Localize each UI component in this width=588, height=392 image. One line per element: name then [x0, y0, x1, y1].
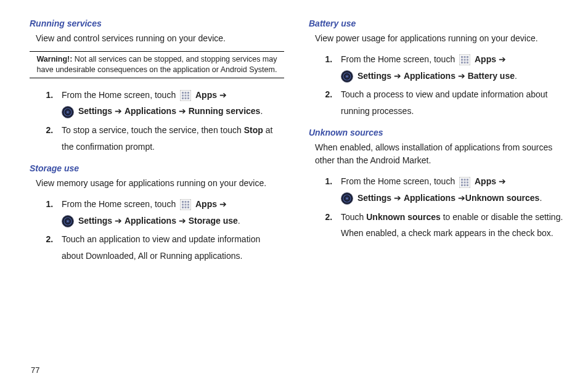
- arrow-icon: ➔: [115, 216, 122, 226]
- arrow-icon: ➔: [115, 106, 122, 116]
- bold-word: Unknown sources: [366, 212, 441, 222]
- step-text: From the Home screen, touch: [62, 199, 178, 209]
- apps-grid-icon: [180, 90, 191, 101]
- warning-note: Warning!: Not all services can be stoppe…: [30, 51, 284, 78]
- step-text: From the Home screen, touch: [62, 90, 178, 100]
- apps-label: Apps: [475, 54, 496, 64]
- apps-grid-icon: [180, 199, 191, 210]
- apps-label: Apps: [195, 199, 217, 209]
- step-item: To stop a service, touch the service, th…: [55, 122, 284, 155]
- apps-grid-icon: [459, 177, 470, 188]
- target-label: Storage use: [189, 216, 238, 226]
- step-item: From the Home screen, touch Apps ➔ Setti…: [55, 196, 284, 229]
- step-text: Touch a process to view and update infor…: [341, 89, 547, 116]
- warning-label: Warning!:: [37, 55, 73, 63]
- step-item: From the Home screen, touch Apps ➔ Setti…: [335, 173, 563, 206]
- step-item: From the Home screen, touch Apps ➔ Setti…: [55, 87, 284, 120]
- section-description: View and control services running on you…: [36, 32, 284, 45]
- section-battery-use: Battery use View power usage for applica…: [309, 18, 563, 119]
- arrow-icon: ➔: [179, 106, 186, 116]
- step-text: To stop a service, touch the service, th…: [62, 125, 244, 135]
- section-description: View memory usage for applications runni…: [36, 177, 284, 190]
- step-item: Touch an application to view and update …: [55, 231, 284, 264]
- settings-gear-icon: [62, 215, 74, 227]
- arrow-icon: ➔: [458, 193, 465, 203]
- warning-text: Not all services can be stopped, and sto…: [37, 55, 277, 74]
- step-item: Touch Unknown sources to enable or disab…: [335, 209, 563, 242]
- section-heading: Battery use: [309, 18, 563, 28]
- arrow-icon: ➔: [219, 199, 227, 209]
- apps-label: Apps: [475, 176, 496, 186]
- apps-grid-icon: [459, 54, 470, 65]
- step-text: Touch: [341, 212, 366, 222]
- arrow-icon: ➔: [394, 193, 401, 203]
- applications-label: Applications: [125, 106, 176, 116]
- section-running-services: Running services View and control servic…: [30, 18, 284, 155]
- section-storage-use: Storage use View memory usage for applic…: [30, 163, 284, 264]
- step-text: From the Home screen, touch: [341, 54, 457, 64]
- target-label: Battery use: [468, 71, 515, 81]
- settings-gear-icon: [341, 70, 353, 83]
- settings-label: Settings: [357, 193, 391, 203]
- section-heading: Storage use: [30, 163, 284, 173]
- settings-label: Settings: [78, 106, 112, 116]
- section-description: View power usage for applications runnin…: [315, 32, 563, 45]
- step-item: Touch a process to view and update infor…: [335, 86, 563, 119]
- applications-label: Applications: [404, 71, 455, 81]
- section-description: When enabled, allows installation of app…: [315, 141, 563, 167]
- section-heading: Running services: [30, 18, 284, 28]
- settings-gear-icon: [341, 192, 353, 205]
- arrow-icon: ➔: [394, 71, 401, 81]
- step-item: From the Home screen, touch Apps ➔ Setti…: [335, 51, 563, 84]
- applications-label: Applications: [125, 216, 176, 226]
- section-unknown-sources: Unknown sources When enabled, allows ins…: [309, 128, 563, 241]
- settings-label: Settings: [78, 216, 112, 226]
- arrow-icon: ➔: [179, 216, 186, 226]
- right-column: Battery use View power usage for applica…: [309, 18, 563, 273]
- step-text: Touch an application to view and update …: [62, 234, 260, 261]
- settings-gear-icon: [62, 106, 74, 118]
- page-number: 77: [31, 365, 39, 375]
- arrow-icon: ➔: [499, 54, 506, 64]
- bold-word: Stop: [244, 125, 263, 135]
- apps-label: Apps: [195, 90, 217, 100]
- arrow-icon: ➔: [219, 90, 227, 100]
- section-heading: Unknown sources: [309, 128, 563, 137]
- left-column: Running services View and control servic…: [30, 18, 284, 273]
- step-text: From the Home screen, touch: [341, 176, 457, 186]
- target-label: Running services: [189, 106, 261, 116]
- arrow-icon: ➔: [499, 176, 506, 186]
- settings-label: Settings: [357, 71, 391, 81]
- target-label: Unknown sources: [465, 193, 540, 203]
- arrow-icon: ➔: [458, 71, 465, 81]
- applications-label: Applications: [404, 193, 455, 203]
